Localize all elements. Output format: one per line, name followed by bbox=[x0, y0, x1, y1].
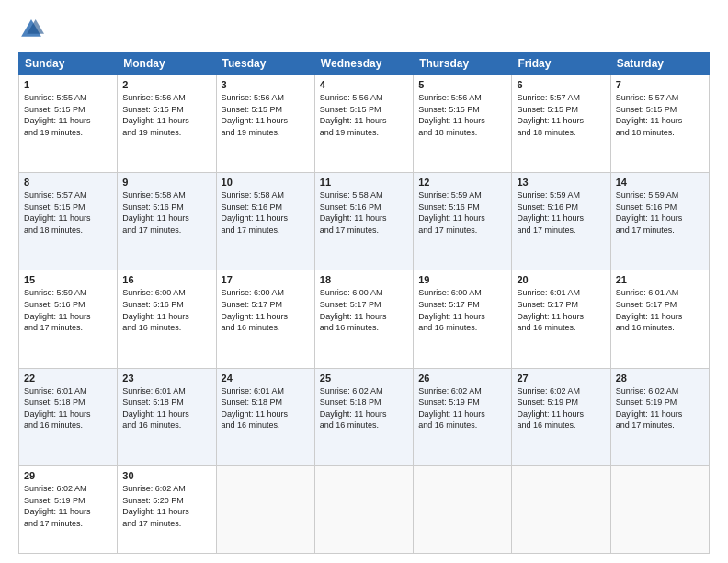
day-info: Sunrise: 5:56 AM Sunset: 5:15 PM Dayligh… bbox=[222, 92, 310, 138]
week-row-5: 29Sunrise: 6:02 AM Sunset: 5:19 PM Dayli… bbox=[19, 465, 710, 553]
calendar-cell: 15Sunrise: 5:59 AM Sunset: 5:16 PM Dayli… bbox=[19, 270, 118, 368]
day-info: Sunrise: 6:02 AM Sunset: 5:18 PM Dayligh… bbox=[320, 385, 408, 431]
calendar: SundayMondayTuesdayWednesdayThursdayFrid… bbox=[18, 52, 710, 554]
page: SundayMondayTuesdayWednesdayThursdayFrid… bbox=[0, 0, 728, 563]
day-number: 2 bbox=[122, 79, 210, 90]
header-wednesday: Wednesday bbox=[314, 52, 413, 75]
day-number: 17 bbox=[222, 274, 310, 285]
day-number: 5 bbox=[418, 79, 506, 90]
day-number: 4 bbox=[320, 79, 408, 90]
header-friday: Friday bbox=[512, 52, 610, 75]
day-info: Sunrise: 6:01 AM Sunset: 5:17 PM Dayligh… bbox=[616, 287, 704, 333]
calendar-cell: 14Sunrise: 5:59 AM Sunset: 5:16 PM Dayli… bbox=[610, 173, 709, 270]
header-tuesday: Tuesday bbox=[216, 52, 314, 75]
day-number: 30 bbox=[122, 470, 210, 481]
day-number: 10 bbox=[222, 177, 310, 188]
calendar-cell: 28Sunrise: 6:02 AM Sunset: 5:19 PM Dayli… bbox=[610, 368, 709, 465]
calendar-cell: 11Sunrise: 5:58 AM Sunset: 5:16 PM Dayli… bbox=[314, 173, 413, 270]
calendar-cell: 16Sunrise: 6:00 AM Sunset: 5:16 PM Dayli… bbox=[118, 270, 216, 368]
calendar-cell: 24Sunrise: 6:01 AM Sunset: 5:18 PM Dayli… bbox=[216, 368, 314, 465]
day-number: 8 bbox=[24, 177, 112, 188]
calendar-cell: 18Sunrise: 6:00 AM Sunset: 5:17 PM Dayli… bbox=[314, 270, 413, 368]
calendar-cell: 5Sunrise: 5:56 AM Sunset: 5:15 PM Daylig… bbox=[414, 75, 512, 173]
calendar-cell: 20Sunrise: 6:01 AM Sunset: 5:17 PM Dayli… bbox=[512, 270, 610, 368]
day-info: Sunrise: 5:57 AM Sunset: 5:15 PM Dayligh… bbox=[517, 92, 605, 138]
calendar-cell: 3Sunrise: 5:56 AM Sunset: 5:15 PM Daylig… bbox=[216, 75, 314, 173]
day-info: Sunrise: 6:00 AM Sunset: 5:17 PM Dayligh… bbox=[222, 287, 310, 333]
calendar-cell: 17Sunrise: 6:00 AM Sunset: 5:17 PM Dayli… bbox=[216, 270, 314, 368]
calendar-cell: 1Sunrise: 5:55 AM Sunset: 5:15 PM Daylig… bbox=[19, 75, 118, 173]
day-info: Sunrise: 5:57 AM Sunset: 5:15 PM Dayligh… bbox=[616, 92, 704, 138]
calendar-cell: 22Sunrise: 6:01 AM Sunset: 5:18 PM Dayli… bbox=[19, 368, 118, 465]
calendar-cell: 4Sunrise: 5:56 AM Sunset: 5:15 PM Daylig… bbox=[314, 75, 413, 173]
day-number: 21 bbox=[616, 274, 704, 285]
day-number: 29 bbox=[24, 470, 112, 481]
day-info: Sunrise: 5:55 AM Sunset: 5:15 PM Dayligh… bbox=[24, 92, 112, 138]
week-row-1: 1Sunrise: 5:55 AM Sunset: 5:15 PM Daylig… bbox=[19, 75, 710, 173]
week-row-2: 8Sunrise: 5:57 AM Sunset: 5:15 PM Daylig… bbox=[19, 173, 710, 270]
day-number: 19 bbox=[418, 274, 506, 285]
calendar-cell bbox=[610, 465, 709, 553]
calendar-cell: 29Sunrise: 6:02 AM Sunset: 5:19 PM Dayli… bbox=[19, 465, 118, 553]
day-number: 14 bbox=[616, 177, 704, 188]
calendar-cell bbox=[512, 465, 610, 553]
calendar-cell bbox=[216, 465, 314, 553]
day-info: Sunrise: 5:56 AM Sunset: 5:15 PM Dayligh… bbox=[418, 92, 506, 138]
day-number: 9 bbox=[122, 177, 210, 188]
day-number: 1 bbox=[24, 79, 112, 90]
header-saturday: Saturday bbox=[610, 52, 709, 75]
top-section bbox=[18, 17, 710, 42]
calendar-cell: 8Sunrise: 5:57 AM Sunset: 5:15 PM Daylig… bbox=[19, 173, 118, 270]
day-info: Sunrise: 5:59 AM Sunset: 5:16 PM Dayligh… bbox=[24, 287, 112, 333]
day-number: 3 bbox=[222, 79, 310, 90]
day-info: Sunrise: 5:59 AM Sunset: 5:16 PM Dayligh… bbox=[616, 190, 704, 236]
calendar-cell: 7Sunrise: 5:57 AM Sunset: 5:15 PM Daylig… bbox=[610, 75, 709, 173]
day-info: Sunrise: 6:02 AM Sunset: 5:19 PM Dayligh… bbox=[616, 385, 704, 431]
day-number: 15 bbox=[24, 274, 112, 285]
calendar-cell bbox=[414, 465, 512, 553]
calendar-cell: 25Sunrise: 6:02 AM Sunset: 5:18 PM Dayli… bbox=[314, 368, 413, 465]
day-number: 7 bbox=[616, 79, 704, 90]
day-number: 26 bbox=[418, 373, 506, 384]
day-info: Sunrise: 6:00 AM Sunset: 5:16 PM Dayligh… bbox=[122, 287, 210, 333]
day-number: 6 bbox=[517, 79, 605, 90]
calendar-cell: 21Sunrise: 6:01 AM Sunset: 5:17 PM Dayli… bbox=[610, 270, 709, 368]
calendar-cell: 6Sunrise: 5:57 AM Sunset: 5:15 PM Daylig… bbox=[512, 75, 610, 173]
logo bbox=[18, 17, 48, 42]
day-number: 25 bbox=[320, 373, 408, 384]
calendar-cell: 2Sunrise: 5:56 AM Sunset: 5:15 PM Daylig… bbox=[118, 75, 216, 173]
calendar-cell: 27Sunrise: 6:02 AM Sunset: 5:19 PM Dayli… bbox=[512, 368, 610, 465]
day-info: Sunrise: 6:01 AM Sunset: 5:18 PM Dayligh… bbox=[222, 385, 310, 431]
day-info: Sunrise: 5:56 AM Sunset: 5:15 PM Dayligh… bbox=[122, 92, 210, 138]
day-info: Sunrise: 6:00 AM Sunset: 5:17 PM Dayligh… bbox=[320, 287, 408, 333]
day-number: 20 bbox=[517, 274, 605, 285]
day-info: Sunrise: 5:58 AM Sunset: 5:16 PM Dayligh… bbox=[222, 190, 310, 236]
day-info: Sunrise: 5:58 AM Sunset: 5:16 PM Dayligh… bbox=[122, 190, 210, 236]
day-number: 23 bbox=[122, 373, 210, 384]
day-number: 22 bbox=[24, 373, 112, 384]
calendar-cell: 9Sunrise: 5:58 AM Sunset: 5:16 PM Daylig… bbox=[118, 173, 216, 270]
week-row-3: 15Sunrise: 5:59 AM Sunset: 5:16 PM Dayli… bbox=[19, 270, 710, 368]
header-row: SundayMondayTuesdayWednesdayThursdayFrid… bbox=[19, 52, 710, 75]
day-number: 11 bbox=[320, 177, 408, 188]
calendar-cell: 19Sunrise: 6:00 AM Sunset: 5:17 PM Dayli… bbox=[414, 270, 512, 368]
day-info: Sunrise: 6:02 AM Sunset: 5:20 PM Dayligh… bbox=[122, 483, 210, 529]
calendar-cell: 26Sunrise: 6:02 AM Sunset: 5:19 PM Dayli… bbox=[414, 368, 512, 465]
day-info: Sunrise: 6:01 AM Sunset: 5:17 PM Dayligh… bbox=[517, 287, 605, 333]
day-info: Sunrise: 6:02 AM Sunset: 5:19 PM Dayligh… bbox=[418, 385, 506, 431]
day-number: 28 bbox=[616, 373, 704, 384]
day-info: Sunrise: 6:00 AM Sunset: 5:17 PM Dayligh… bbox=[418, 287, 506, 333]
day-number: 13 bbox=[517, 177, 605, 188]
day-info: Sunrise: 5:56 AM Sunset: 5:15 PM Dayligh… bbox=[320, 92, 408, 138]
calendar-cell: 12Sunrise: 5:59 AM Sunset: 5:16 PM Dayli… bbox=[414, 173, 512, 270]
day-info: Sunrise: 5:58 AM Sunset: 5:16 PM Dayligh… bbox=[320, 190, 408, 236]
calendar-cell: 30Sunrise: 6:02 AM Sunset: 5:20 PM Dayli… bbox=[118, 465, 216, 553]
header-sunday: Sunday bbox=[19, 52, 118, 75]
day-number: 12 bbox=[418, 177, 506, 188]
day-info: Sunrise: 5:59 AM Sunset: 5:16 PM Dayligh… bbox=[517, 190, 605, 236]
logo-icon bbox=[18, 17, 44, 42]
day-number: 18 bbox=[320, 274, 408, 285]
day-info: Sunrise: 6:01 AM Sunset: 5:18 PM Dayligh… bbox=[24, 385, 112, 431]
day-info: Sunrise: 5:57 AM Sunset: 5:15 PM Dayligh… bbox=[24, 190, 112, 236]
day-info: Sunrise: 6:02 AM Sunset: 5:19 PM Dayligh… bbox=[517, 385, 605, 431]
